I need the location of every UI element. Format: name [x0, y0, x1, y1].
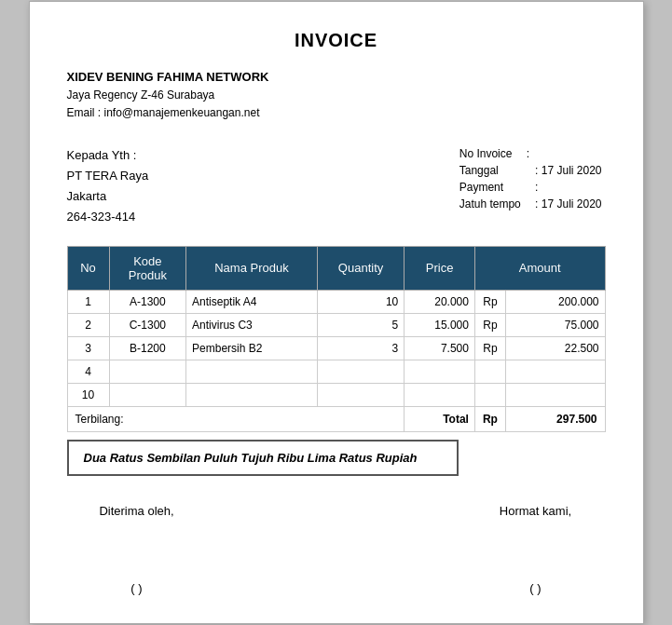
terbilang-box: Dua Ratus Sembilan Puluh Tujuh Ribu Lima… [67, 440, 459, 476]
cell-quantity: 10 [317, 290, 404, 313]
received-by-label: Diterima oleh, [67, 504, 207, 518]
cell-kode [109, 360, 185, 383]
cell-amount: 22.500 [505, 336, 605, 360]
table-row: 10 [67, 383, 605, 406]
company-address: Jaya Regency Z-46 Surabaya [67, 87, 269, 104]
cell-nama: Antiseptik A4 [186, 290, 318, 313]
cell-rp: Rp [474, 336, 505, 360]
recipient-meta-section: Kepada Yth : PT TERA Raya Jakarta 264-32… [67, 145, 606, 227]
total-rp: Rp [474, 406, 505, 431]
cell-price [405, 383, 475, 406]
col-no: No [67, 246, 109, 290]
tanggal-label: Tanggal [456, 162, 525, 179]
footer-left: Diterima oleh, ( ) [67, 504, 207, 595]
col-kode: KodeProduk [109, 246, 185, 290]
terbilang-total-row: Terbilang: Total Rp 297.500 [67, 406, 605, 431]
cell-nama [186, 383, 318, 406]
total-label: Total [405, 406, 475, 431]
cell-kode [109, 383, 185, 406]
cell-price: 20.000 [405, 290, 475, 313]
payment-value: : [531, 179, 605, 196]
cell-no: 10 [67, 383, 109, 406]
payment-label: Payment [456, 179, 525, 196]
cell-quantity: 5 [317, 313, 404, 336]
col-amount: Amount [474, 246, 605, 290]
company-info: XIDEV BENING FAHIMA NETWORK Jaya Regency… [67, 70, 269, 122]
recipient-name: PT TERA Raya [67, 166, 149, 186]
cell-amount [505, 383, 605, 406]
recipient-phone: 264-323-414 [67, 207, 149, 227]
right-signature: ( ) [466, 581, 606, 595]
no-invoice-value [531, 145, 605, 162]
jatuh-tempo-label: Jatuh tempo [456, 196, 525, 212]
terbilang-section: Dua Ratus Sembilan Puluh Tujuh Ribu Lima… [67, 440, 606, 476]
regards-label: Hormat kami, [466, 504, 606, 518]
cell-nama [186, 360, 318, 383]
table-row: 4 [67, 360, 605, 383]
cell-amount: 200.000 [505, 290, 605, 313]
cell-nama: Pembersih B2 [186, 336, 318, 360]
cell-kode: C-1300 [109, 313, 185, 336]
cell-rp [474, 383, 505, 406]
cell-nama: Antivirus C3 [186, 313, 318, 336]
jatuh-tempo-value: : 17 Juli 2020 [531, 196, 605, 212]
table-header-row: No KodeProduk Nama Produk Quantity Price… [67, 246, 605, 290]
total-amount: 297.500 [505, 406, 605, 431]
cell-no: 2 [67, 313, 109, 336]
company-name: XIDEV BENING FAHIMA NETWORK [67, 70, 269, 84]
invoice-document: INVOICE XIDEV BENING FAHIMA NETWORK Jaya… [29, 1, 644, 624]
recipient-city: Jakarta [67, 186, 149, 207]
cell-rp [474, 360, 505, 383]
table-row: 3 B-1200 Pembersih B2 3 7.500 Rp 22.500 [67, 336, 605, 360]
cell-rp: Rp [474, 290, 505, 313]
cell-amount [505, 360, 605, 383]
cell-quantity: 3 [317, 336, 404, 360]
col-price: Price [405, 246, 475, 290]
no-invoice-label: No Invoice [456, 145, 525, 162]
header-section: XIDEV BENING FAHIMA NETWORK Jaya Regency… [67, 70, 606, 122]
footer-section: Diterima oleh, ( ) Hormat kami, ( ) [67, 504, 606, 595]
cell-price [405, 360, 475, 383]
company-email: Email : info@manajemenkeuangan.net [67, 104, 269, 122]
table-row: 2 C-1300 Antivirus C3 5 15.000 Rp 75.000 [67, 313, 605, 336]
cell-quantity [317, 360, 404, 383]
cell-quantity [317, 383, 404, 406]
recipient-info: Kepada Yth : PT TERA Raya Jakarta 264-32… [67, 145, 149, 227]
tanggal-value: : 17 Juli 2020 [531, 162, 605, 179]
table-row: 1 A-1300 Antiseptik A4 10 20.000 Rp 200.… [67, 290, 605, 313]
items-table: No KodeProduk Nama Produk Quantity Price… [67, 246, 606, 432]
cell-no: 1 [67, 290, 109, 313]
invoice-title: INVOICE [67, 30, 606, 51]
cell-kode: B-1200 [109, 336, 185, 360]
footer-right: Hormat kami, ( ) [466, 504, 606, 595]
cell-no: 4 [67, 360, 109, 383]
cell-price: 15.000 [405, 313, 475, 336]
terbilang-label: Terbilang: [75, 413, 124, 426]
col-quantity: Quantity [317, 246, 404, 290]
cell-price: 7.500 [405, 336, 475, 360]
cell-rp: Rp [474, 313, 505, 336]
col-nama: Nama Produk [186, 246, 318, 290]
cell-kode: A-1300 [109, 290, 185, 313]
left-signature: ( ) [67, 581, 207, 595]
cell-amount: 75.000 [505, 313, 605, 336]
recipient-salutation: Kepada Yth : [67, 145, 149, 166]
cell-no: 3 [67, 336, 109, 360]
invoice-meta: No Invoice : Tanggal : 17 Juli 2020 Paym… [456, 145, 606, 227]
